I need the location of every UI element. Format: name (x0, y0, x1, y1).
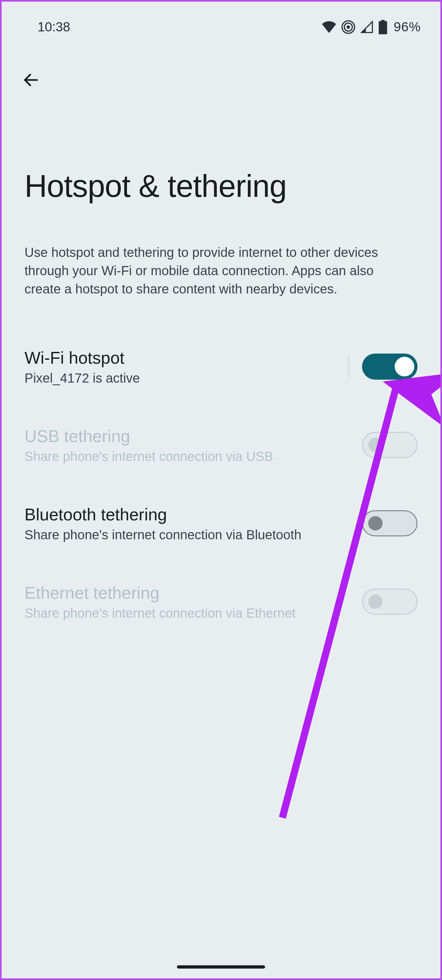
battery-percentage: 96% (394, 19, 421, 34)
setting-usb-tethering: USB tethering Share phone's internet con… (2, 415, 440, 474)
ethernet-tethering-toggle (362, 589, 418, 615)
setting-wifi-hotspot[interactable]: Wi-Fi hotspot Pixel_4172 is active (2, 337, 440, 396)
wifi-hotspot-toggle[interactable] (362, 353, 418, 380)
status-bar: 10:38 96% (2, 2, 440, 41)
setting-title: Bluetooth tethering (24, 505, 362, 524)
setting-title: Wi-Fi hotspot (24, 348, 342, 368)
setting-title: Ethernet tethering (24, 583, 362, 603)
setting-subtitle: Share phone's internet connection via Et… (24, 606, 362, 620)
bluetooth-tethering-toggle[interactable] (362, 510, 418, 536)
setting-subtitle: Share phone's internet connection via Bl… (24, 528, 362, 542)
status-time: 10:38 (38, 19, 70, 34)
setting-subtitle: Pixel_4172 is active (24, 371, 342, 385)
setting-ethernet-tethering: Ethernet tethering Share phone's interne… (2, 572, 440, 631)
setting-title: USB tethering (24, 426, 362, 446)
battery-icon (379, 20, 387, 34)
wifi-icon (322, 21, 336, 33)
navigation-pill[interactable] (177, 965, 265, 969)
svg-point-0 (347, 25, 350, 29)
divider (348, 355, 349, 379)
setting-bluetooth-tethering[interactable]: Bluetooth tethering Share phone's intern… (2, 494, 440, 553)
usb-tethering-toggle (362, 432, 418, 458)
hotspot-icon (342, 20, 355, 34)
settings-list: Wi-Fi hotspot Pixel_4172 is active USB t… (2, 298, 440, 631)
setting-subtitle: Share phone's internet connection via US… (24, 449, 362, 464)
arrow-left-icon (22, 71, 40, 89)
page-title: Hotspot & tethering (2, 93, 440, 204)
page-description: Use hotspot and tethering to provide int… (2, 204, 403, 298)
back-button[interactable] (18, 67, 44, 93)
signal-icon (360, 21, 374, 33)
status-icons: 96% (322, 19, 421, 34)
